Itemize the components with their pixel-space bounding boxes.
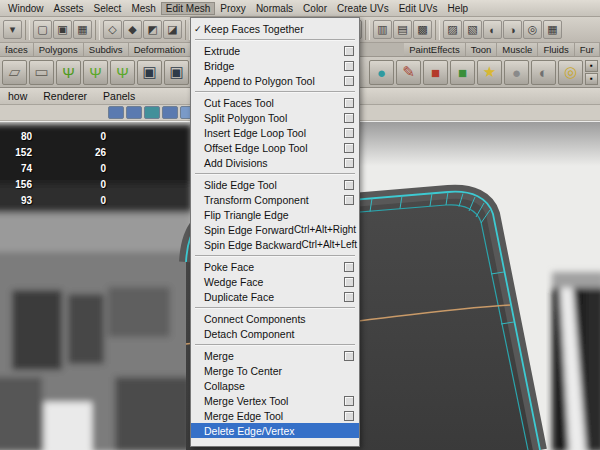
ik-spline-icon[interactable]: Ψ — [110, 60, 135, 85]
panel-menu-renderer[interactable]: Renderer — [35, 90, 95, 102]
option-box-icon[interactable] — [344, 396, 354, 406]
menu-item-slide-edge-tool[interactable]: Slide Edge Tool — [191, 177, 359, 192]
menu-item-bridge[interactable]: Bridge — [191, 58, 359, 73]
menu-create-uvs[interactable]: Create UVs — [332, 2, 394, 15]
shelf-tab-fluids[interactable]: Fluids — [538, 43, 574, 56]
select-mask-icon[interactable]: ◪ — [163, 20, 182, 39]
new-scene-icon[interactable]: ▢ — [33, 20, 52, 39]
red-box-icon[interactable]: ■ — [423, 60, 448, 85]
shelf-folder-icon[interactable]: ▭ — [29, 60, 54, 85]
option-box-icon[interactable] — [344, 411, 354, 421]
menu-item-extrude[interactable]: Extrude — [191, 43, 359, 58]
menu-item-split-polygon-tool[interactable]: Split Polygon Tool — [191, 110, 359, 125]
select-component-icon[interactable]: ◩ — [143, 20, 162, 39]
joint-tool-icon[interactable]: Ψ — [56, 60, 81, 85]
menu-item-collapse[interactable]: Collapse — [191, 378, 359, 393]
menu-color[interactable]: Color — [298, 2, 332, 15]
shelf-tab-toon[interactable]: Toon — [466, 43, 498, 56]
shelf-tab-fur[interactable]: Fur — [575, 43, 600, 56]
xray-icon[interactable]: ▨ — [443, 20, 462, 39]
menu-proxy[interactable]: Proxy — [215, 2, 251, 15]
lighting-icon[interactable]: ◎ — [523, 20, 542, 39]
shaded-icon[interactable]: ◐ — [483, 20, 502, 39]
panel-menu-how[interactable]: how — [0, 90, 35, 102]
menu-item-keep-faces-together[interactable]: ✓Keep Faces Together — [191, 21, 359, 36]
wireframe-icon[interactable]: ▧ — [463, 20, 482, 39]
grid-toggle-icon[interactable]: ▦ — [543, 20, 562, 39]
camera-select-icon[interactable] — [108, 106, 124, 119]
select-object-icon[interactable]: ◆ — [123, 20, 142, 39]
menu-item-flip-triangle-edge[interactable]: Flip Triangle Edge — [191, 207, 359, 222]
mini-shelf-icon-2[interactable]: ▪ — [585, 73, 598, 85]
menu-set-selector-icon[interactable]: ▾ — [3, 20, 22, 39]
menu-item-transform-component[interactable]: Transform Component — [191, 192, 359, 207]
shelf-tab-polygons[interactable]: Polygons — [34, 43, 84, 56]
select-hierarchy-icon[interactable]: ◇ — [103, 20, 122, 39]
camera-attrs-icon[interactable] — [144, 106, 160, 119]
light-icon[interactable]: ◎ — [558, 60, 583, 85]
menu-item-wedge-face[interactable]: Wedge Face — [191, 274, 359, 289]
menu-window[interactable]: Window — [3, 2, 49, 15]
option-box-icon[interactable] — [344, 46, 354, 56]
panel-layout-icon[interactable]: ▣ — [137, 60, 162, 85]
sphere-gray-icon[interactable]: ● — [504, 60, 529, 85]
save-scene-icon[interactable]: ▦ — [73, 20, 92, 39]
menu-item-merge-edge-tool[interactable]: Merge Edge Tool — [191, 408, 359, 423]
shelf-tab-muscle[interactable]: Muscle — [497, 43, 538, 56]
textured-icon[interactable]: ◑ — [503, 20, 522, 39]
menu-edit-uvs[interactable]: Edit UVs — [394, 2, 443, 15]
menu-item-merge[interactable]: Merge — [191, 348, 359, 363]
menu-select[interactable]: Select — [89, 2, 127, 15]
bookmark-icon[interactable] — [162, 106, 178, 119]
shelf-tab-subdivs[interactable]: Subdivs — [84, 43, 129, 56]
poly-sphere-icon[interactable]: ● — [369, 60, 394, 85]
shelf-tab-painteffects[interactable]: PaintEffects — [404, 43, 466, 56]
sphere-shaded-icon[interactable]: ◐ — [531, 60, 556, 85]
menu-item-spin-edge-backward[interactable]: Spin Edge BackwardCtrl+Alt+Left — [191, 237, 359, 252]
shelf-tab-deformation[interactable]: Deformation — [129, 43, 192, 56]
panel-menu-panels[interactable]: Panels — [95, 90, 143, 102]
green-box-icon[interactable]: ■ — [450, 60, 475, 85]
option-box-icon[interactable] — [344, 351, 354, 361]
option-box-icon[interactable] — [344, 277, 354, 287]
ik-handle-icon[interactable]: Ψ — [83, 60, 108, 85]
menu-assets[interactable]: Assets — [49, 2, 89, 15]
camera-lock-icon[interactable] — [126, 106, 142, 119]
option-box-icon[interactable] — [344, 113, 354, 123]
option-box-icon[interactable] — [344, 61, 354, 71]
mini-shelf-icon-1[interactable]: ▪ — [585, 60, 598, 72]
menu-item-duplicate-face[interactable]: Duplicate Face — [191, 289, 359, 304]
menu-item-merge-to-center[interactable]: Merge To Center — [191, 363, 359, 378]
pencil-curve-icon[interactable]: ✎ — [396, 60, 421, 85]
shelf-tab-faces[interactable]: faces — [0, 43, 34, 56]
option-box-icon[interactable] — [344, 195, 354, 205]
menu-item-insert-edge-loop-tool[interactable]: Insert Edge Loop Tool — [191, 125, 359, 140]
option-box-icon[interactable] — [344, 180, 354, 190]
menu-item-append-to-polygon-tool[interactable]: Append to Polygon Tool — [191, 73, 359, 88]
menu-item-merge-vertex-tool[interactable]: Merge Vertex Tool — [191, 393, 359, 408]
star-icon[interactable]: ★ — [477, 60, 502, 85]
open-scene-icon[interactable]: ▣ — [53, 20, 72, 39]
menu-item-offset-edge-loop-tool[interactable]: Offset Edge Loop Tool — [191, 140, 359, 155]
menu-mesh[interactable]: Mesh — [126, 2, 160, 15]
menu-item-detach-component[interactable]: Detach Component — [191, 326, 359, 341]
option-box-icon[interactable] — [344, 98, 354, 108]
menu-item-spin-edge-forward[interactable]: Spin Edge ForwardCtrl+Alt+Right — [191, 222, 359, 237]
panel-layout-alt-icon[interactable]: ▣ — [164, 60, 189, 85]
menu-normals[interactable]: Normals — [251, 2, 298, 15]
option-box-icon[interactable] — [344, 128, 354, 138]
option-box-icon[interactable] — [344, 158, 354, 168]
ipr-render-icon[interactable]: ▤ — [393, 20, 412, 39]
option-box-icon[interactable] — [344, 143, 354, 153]
option-box-icon[interactable] — [344, 76, 354, 86]
menu-item-delete-edge-vertex[interactable]: Delete Edge/Vertex — [191, 423, 359, 438]
option-box-icon[interactable] — [344, 292, 354, 302]
shelf-file-icon[interactable]: ▱ — [2, 60, 27, 85]
menu-help[interactable]: Help — [443, 2, 474, 15]
render-view-icon[interactable]: ▥ — [373, 20, 392, 39]
menu-item-poke-face[interactable]: Poke Face — [191, 259, 359, 274]
option-box-icon[interactable] — [344, 262, 354, 272]
render-settings-icon[interactable]: ▩ — [413, 20, 432, 39]
menu-item-cut-faces-tool[interactable]: Cut Faces Tool — [191, 95, 359, 110]
menu-edit-mesh[interactable]: Edit Mesh — [161, 2, 215, 15]
